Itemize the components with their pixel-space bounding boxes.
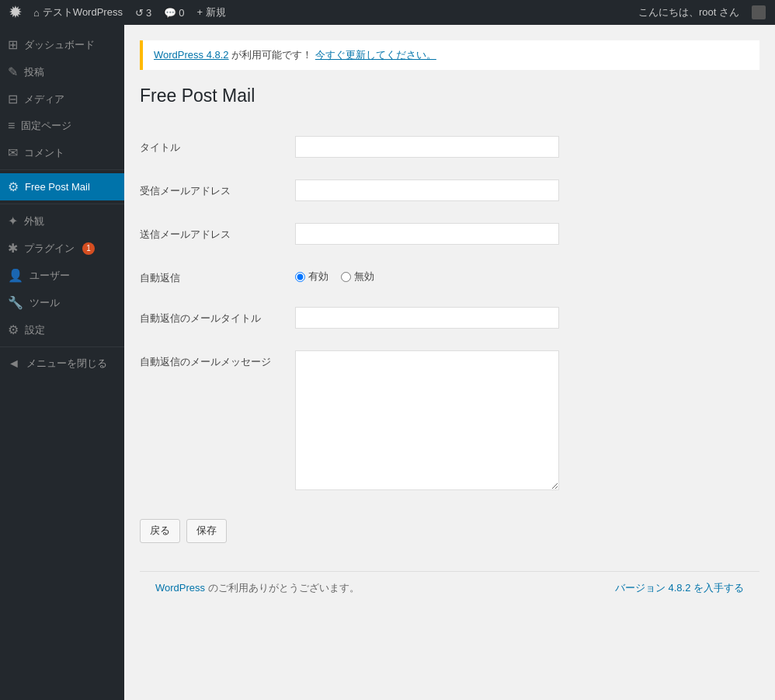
- auto-reply-disabled-label[interactable]: 無効: [341, 270, 374, 284]
- save-button[interactable]: 保存: [186, 519, 227, 543]
- auto-reply-subject-row: 自動返信のメールタイトル: [140, 296, 759, 340]
- auto-reply-message-row: 自動返信のメールメッセージ: [140, 340, 759, 503]
- update-now-link[interactable]: 今すぐ更新してください。: [315, 49, 436, 61]
- form-buttons: 戻る 保存: [140, 503, 759, 555]
- sidebar-item-comments[interactable]: ✉ コメント: [0, 139, 124, 166]
- email-to-label: 受信メールアドレス: [140, 179, 295, 198]
- title-control: [295, 136, 759, 158]
- auto-reply-enabled-radio[interactable]: [295, 272, 305, 282]
- sidebar-item-users[interactable]: 👤 ユーザー: [0, 262, 124, 289]
- sidebar-item-appearance[interactable]: ✦ 外観: [0, 207, 124, 235]
- separator-2: [0, 204, 124, 204]
- auto-reply-enabled-label[interactable]: 有効: [295, 270, 328, 284]
- sidebar-item-pages[interactable]: ≡ 固定ページ: [0, 113, 124, 139]
- plugins-icon: ✱: [8, 241, 18, 256]
- sidebar-item-dashboard[interactable]: ⊞ ダッシュボード: [0, 31, 124, 58]
- wp-version-link[interactable]: WordPress 4.8.2: [154, 49, 229, 61]
- sidebar-item-plugins[interactable]: ✱ プラグイン 1: [0, 235, 124, 262]
- sidebar-item-media[interactable]: ⊟ メディア: [0, 85, 124, 113]
- media-icon: ⊟: [8, 92, 18, 106]
- separator-1: [0, 169, 124, 170]
- wp-link[interactable]: WordPress: [155, 582, 205, 594]
- plugin-form: タイトル 受信メールアドレス 送信メールアドレス: [140, 125, 759, 555]
- title-label: タイトル: [140, 136, 295, 155]
- back-button[interactable]: 戻る: [140, 519, 180, 543]
- avatar: [752, 5, 766, 19]
- footer: WordPress のご利用ありがとうございます。 バージョン 4.8.2 を入…: [140, 571, 759, 604]
- settings-icon: ⚙: [8, 322, 19, 337]
- pages-icon: ≡: [8, 119, 15, 133]
- email-to-row: 受信メールアドレス: [140, 169, 759, 212]
- auto-reply-message-control: [295, 350, 759, 493]
- sidebar: ⊞ ダッシュボード ✎ 投稿 ⊟ メディア ≡ 固定ページ ✉ コメント ⚙ F…: [0, 25, 124, 700]
- update-notice: WordPress 4.8.2 が利用可能です！ 今すぐ更新してください。: [140, 40, 759, 70]
- updates-count[interactable]: ↺ 3: [135, 7, 151, 19]
- users-icon: 👤: [8, 268, 23, 283]
- auto-reply-row: 自動返信 有効 無効: [140, 256, 759, 296]
- email-from-label: 送信メールアドレス: [140, 223, 295, 242]
- auto-reply-control: 有効 無効: [295, 266, 759, 284]
- auto-reply-message-textarea[interactable]: [295, 350, 559, 490]
- sidebar-item-posts[interactable]: ✎ 投稿: [0, 58, 124, 85]
- page-title: Free Post Mail: [140, 85, 759, 106]
- footer-credit: WordPress のご利用ありがとうございます。: [155, 581, 360, 595]
- plugins-badge: 1: [82, 242, 95, 255]
- auto-reply-message-label: 自動返信のメールメッセージ: [140, 350, 295, 369]
- appearance-icon: ✦: [8, 214, 18, 228]
- collapse-icon: ◄: [8, 357, 20, 371]
- auto-reply-subject-control: [295, 307, 759, 329]
- new-content-button[interactable]: + 新規: [196, 5, 225, 19]
- comments-icon: ✉: [8, 145, 18, 160]
- title-input[interactable]: [295, 136, 559, 158]
- email-to-input[interactable]: [295, 179, 559, 201]
- auto-reply-label: 自動返信: [140, 266, 295, 285]
- email-from-control: [295, 223, 759, 245]
- comment-icon: 💬: [164, 7, 176, 19]
- admin-bar: ✹ ⌂ テストWordPress ↺ 3 💬 0 + 新規 こんにちは、root…: [0, 0, 775, 25]
- sidebar-item-collapse[interactable]: ◄ メニューを閉じる: [0, 350, 124, 377]
- auto-reply-subject-label: 自動返信のメールタイトル: [140, 307, 295, 326]
- auto-reply-radio-group: 有効 無効: [295, 266, 759, 284]
- site-name[interactable]: ⌂ テストWordPress: [33, 5, 123, 19]
- title-row: タイトル: [140, 125, 759, 169]
- freepostmail-icon: ⚙: [8, 179, 19, 194]
- sidebar-item-freepostmail[interactable]: ⚙ Free Post Mail: [0, 173, 124, 200]
- greeting: こんにちは、root さん: [638, 5, 739, 19]
- sidebar-item-settings[interactable]: ⚙ 設定: [0, 316, 124, 343]
- comments-count[interactable]: 💬 0: [164, 7, 184, 19]
- sidebar-item-tools[interactable]: 🔧 ツール: [0, 289, 124, 316]
- posts-icon: ✎: [8, 64, 18, 79]
- auto-reply-subject-input[interactable]: [295, 307, 559, 329]
- separator-3: [0, 347, 124, 347]
- version-link[interactable]: バージョン 4.8.2 を入手する: [615, 581, 744, 595]
- tools-icon: 🔧: [8, 295, 23, 310]
- dashboard-icon: ⊞: [8, 37, 18, 52]
- update-icon: ↺: [135, 7, 144, 19]
- home-icon: ⌂: [33, 7, 40, 19]
- main-content: WordPress 4.8.2 が利用可能です！ 今すぐ更新してください。 Fr…: [124, 25, 775, 700]
- email-from-input[interactable]: [295, 223, 559, 245]
- email-from-row: 送信メールアドレス: [140, 212, 759, 256]
- auto-reply-disabled-radio[interactable]: [341, 272, 351, 282]
- email-to-control: [295, 179, 759, 201]
- wp-logo[interactable]: ✹: [9, 4, 21, 21]
